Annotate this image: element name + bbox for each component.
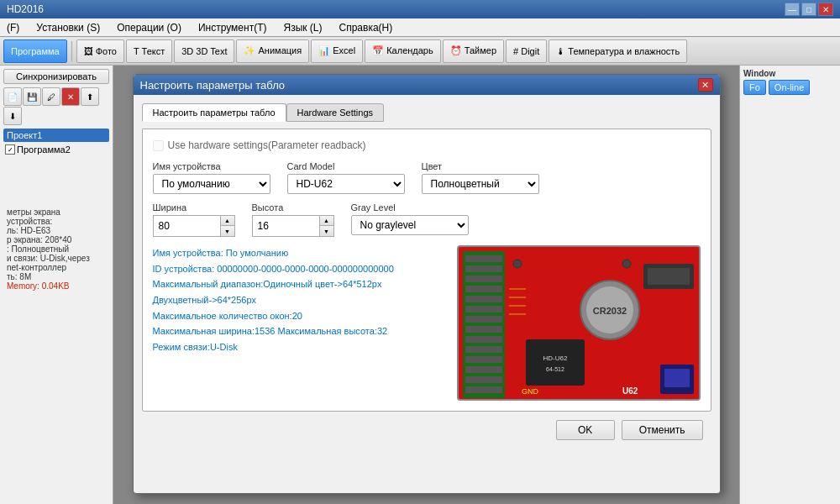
width-decrement[interactable]: ▼ xyxy=(221,226,234,236)
fo-button[interactable]: Fo xyxy=(743,80,766,95)
svg-text:CR2032: CR2032 xyxy=(592,306,626,316)
program-item[interactable]: ✓ Программа2 xyxy=(3,144,109,155)
screen-label: р экрана: 208*40 xyxy=(7,235,113,244)
bottom-info: метры экрана устройства: ль: HD-E63 р эк… xyxy=(3,206,113,292)
model-label: ль: HD-E63 xyxy=(7,226,113,235)
height-increment[interactable]: ▲ xyxy=(320,216,333,226)
color-select[interactable]: Полноцветный xyxy=(422,174,539,194)
color-label: Цвет xyxy=(422,161,539,171)
svg-rect-6 xyxy=(465,296,502,302)
sidebar-icon-1[interactable]: 📄 xyxy=(3,87,22,106)
info-line-0: Имя устройства: По умолчанию xyxy=(153,245,449,261)
svg-point-28 xyxy=(513,260,522,268)
cancel-button[interactable]: Отменить xyxy=(622,420,703,440)
right-panel: Window Fo On-line xyxy=(739,66,840,504)
menu-settings[interactable]: Установки (S) xyxy=(33,20,103,35)
info-line-5: Максимальная ширина:1536 Максимальная вы… xyxy=(153,323,449,339)
modal-body: Настроить параметры табло Hardware Setti… xyxy=(134,95,720,454)
sync-button[interactable]: Синхронизировать xyxy=(3,69,109,84)
toolbar-calendar[interactable]: 📅 Календарь xyxy=(365,39,441,63)
device-name-select[interactable]: По умолчанию xyxy=(153,174,270,194)
modal-close-button[interactable]: ✕ xyxy=(698,78,713,92)
device-label: устройства: xyxy=(7,217,113,226)
svg-rect-11 xyxy=(465,346,502,353)
sidebar-icon-2[interactable]: 💾 xyxy=(23,87,41,106)
sidebar-icon-5[interactable]: ⬆ xyxy=(81,87,99,106)
svg-rect-13 xyxy=(465,366,502,373)
svg-rect-8 xyxy=(465,316,502,323)
conn-label: и связи: U-Disk,через xyxy=(7,254,113,263)
svg-text:U62: U62 xyxy=(622,386,638,396)
width-spin-buttons: ▲ ▼ xyxy=(220,215,235,237)
hardware-checkbox-label: Use hardware settings(Parameter readback… xyxy=(168,139,366,151)
toolbar-excel[interactable]: 📊 Excel xyxy=(311,39,363,63)
svg-rect-25 xyxy=(664,369,690,387)
toolbar-digit[interactable]: # Digit xyxy=(506,39,547,63)
close-button[interactable]: ✕ xyxy=(818,3,833,16)
hardware-checkbox[interactable] xyxy=(153,140,164,151)
sidebar-icon-3[interactable]: 🖊 xyxy=(42,87,60,106)
svg-rect-12 xyxy=(465,356,502,363)
online-button[interactable]: On-line xyxy=(769,80,810,95)
conn2-label: net-контроллер xyxy=(7,263,113,272)
tab-hardware[interactable]: Hardware Settings xyxy=(286,103,385,122)
toolbar-temp-humidity[interactable]: 🌡 Температура и влажность xyxy=(549,39,687,63)
height-group: Высота ▲ ▼ xyxy=(252,202,334,237)
info-line-2: Максимальный диапазон:Одиночный цвет->64… xyxy=(153,276,449,292)
dialog-footer: OK Отменить xyxy=(142,412,711,445)
window-label: Window xyxy=(743,69,837,78)
width-increment[interactable]: ▲ xyxy=(221,216,234,226)
toolbar-timer[interactable]: ⏰ Таймер xyxy=(443,39,504,63)
svg-rect-1 xyxy=(463,251,505,398)
board-svg: CR2032 HD-U62 64-512 xyxy=(459,247,701,401)
toolbar-animation[interactable]: ✨ Анимация xyxy=(236,39,309,63)
app-title: HD2016 xyxy=(7,3,44,15)
settings-modal: Настроить параметры табло ✕ Настроить па… xyxy=(133,74,721,494)
sidebar-icon-6[interactable]: ⬇ xyxy=(3,107,22,125)
menu-file[interactable]: (F) xyxy=(3,20,23,35)
color-group: Цвет Полноцветный xyxy=(422,161,539,194)
svg-rect-14 xyxy=(465,376,502,383)
menu-help[interactable]: Справка(H) xyxy=(336,20,396,35)
gray-level-select[interactable]: No graylevel xyxy=(351,215,469,235)
project-item[interactable]: Проект1 xyxy=(3,129,109,142)
program-label: Программа2 xyxy=(17,144,71,155)
width-group: Ширина ▲ ▼ xyxy=(153,202,235,237)
svg-rect-9 xyxy=(465,326,502,333)
toolbar-3dtext[interactable]: 3D 3D Text xyxy=(174,39,234,63)
device-name-label: Имя устройства xyxy=(153,161,270,171)
height-decrement[interactable]: ▼ xyxy=(320,226,333,236)
card-model-select[interactable]: HD-U62 xyxy=(287,174,405,194)
toolbar: Программа 🖼 Фото T Текст 3D 3D Text ✨ Ан… xyxy=(0,37,840,66)
minimize-button[interactable]: — xyxy=(785,3,800,16)
sidebar-icon-4[interactable]: ✕ xyxy=(61,87,80,106)
height-spin-buttons: ▲ ▼ xyxy=(319,215,334,237)
info-line-1: ID устройства: 00000000-0000-0000-0000-0… xyxy=(153,261,449,277)
memory-label: Memory: 0.04KB xyxy=(7,281,113,291)
modal-titlebar: Настроить параметры табло ✕ xyxy=(134,75,720,95)
menu-language[interactable]: Язык (L) xyxy=(280,20,325,35)
params-label: метры экрана xyxy=(7,207,113,217)
toolbar-program[interactable]: Программа xyxy=(3,39,67,63)
ok-button[interactable]: OK xyxy=(556,420,615,440)
toolbar-text[interactable]: T Текст xyxy=(126,39,172,63)
maximize-button[interactable]: □ xyxy=(801,3,816,16)
height-input[interactable] xyxy=(252,215,319,237)
menu-bar: (F) Установки (S) Операции (O) Инструмен… xyxy=(0,18,840,37)
svg-text:HD-U62: HD-U62 xyxy=(543,354,567,362)
toolbar-photo[interactable]: 🖼 Фото xyxy=(76,39,124,63)
tab-configure[interactable]: Настроить параметры табло xyxy=(142,103,286,122)
gray-level-label: Gray Level xyxy=(351,202,469,213)
menu-operations[interactable]: Операции (O) xyxy=(113,20,185,35)
info-line-4: Максимальное количество окон:20 xyxy=(153,308,449,324)
svg-rect-10 xyxy=(465,336,502,343)
board-image: CR2032 HD-U62 64-512 xyxy=(457,245,701,401)
width-spinner: ▲ ▼ xyxy=(153,215,235,237)
svg-rect-2 xyxy=(465,255,502,262)
color-label: : Полноцветный xyxy=(7,244,113,254)
mem-label: ть: 8M xyxy=(7,272,113,281)
program-checkbox[interactable]: ✓ xyxy=(5,144,15,155)
info-section: Имя устройства: По умолчанию ID устройст… xyxy=(153,245,701,401)
width-input[interactable] xyxy=(153,215,220,237)
menu-tools[interactable]: Инструмент(T) xyxy=(195,20,270,35)
